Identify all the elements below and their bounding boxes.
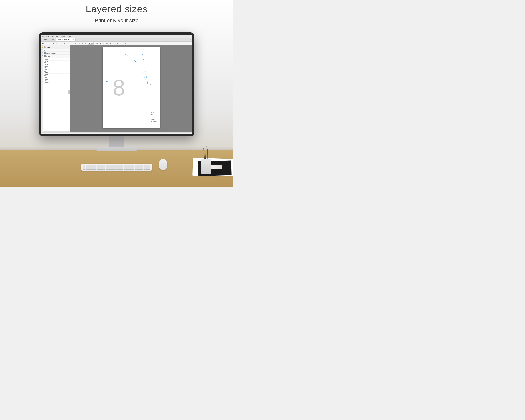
prev-page-icon[interactable]: ◁ [60,42,63,45]
layer-item-122[interactable]: 122 [43,74,70,76]
layer-checkbox-128[interactable] [44,77,46,78]
menu-view[interactable]: View [51,35,54,37]
key[interactable] [119,165,121,170]
share-icon[interactable]: ↑ [48,42,51,45]
zoom-level[interactable]: 66,7% [88,42,94,45]
help-button[interactable]: ? [188,38,192,41]
thumbnail-icon[interactable]: ⊞ [99,42,102,45]
scroll-left-icon[interactable]: ◁ [44,131,45,132]
layer-checkbox-116[interactable] [44,72,46,73]
key[interactable] [135,165,137,170]
key[interactable] [103,165,105,170]
zoom-in-icon[interactable]: + [84,42,87,45]
key[interactable] [148,165,150,170]
key[interactable] [99,165,101,170]
bottom-scrollbar[interactable] [41,132,192,134]
layer-label-128: 128 [46,76,48,78]
key[interactable] [97,165,99,170]
layer-item-140[interactable]: 140 [43,81,70,84]
key[interactable] [141,165,143,170]
key[interactable] [121,165,123,170]
key[interactable] [132,165,134,170]
mouse[interactable] [159,159,167,170]
menu-file[interactable]: File [42,35,45,37]
key[interactable] [128,165,130,170]
key[interactable] [123,165,126,170]
key[interactable] [94,165,96,170]
more-icon[interactable]: ≡ [124,42,127,45]
layer-checkbox-134[interactable] [44,79,46,81]
highlight-icon[interactable]: ✒ [109,42,112,45]
layer-checkbox-122[interactable] [44,74,46,75]
key[interactable] [105,165,108,170]
panel-collapse-arrow[interactable]: ◁ [68,90,70,94]
layer-item-98[interactable]: 98 [43,63,70,66]
key[interactable] [101,165,103,170]
layer-item-134[interactable]: 134 [43,79,70,81]
layers-options-icon[interactable]: ⊞ ▾ [44,49,46,51]
print-icon[interactable]: 🖨 [52,42,55,45]
cursor-icon[interactable]: ↖ [75,42,77,45]
layer-checkbox-86[interactable] [44,58,46,60]
layer-item-104[interactable]: 104 [43,66,70,68]
key[interactable] [90,165,92,170]
key[interactable] [114,165,116,170]
key[interactable] [143,165,146,170]
layer-item-128[interactable]: 128 [43,76,70,79]
key[interactable] [117,165,119,170]
key[interactable] [110,165,112,170]
sidebar-pages-icon[interactable]: 📄 [41,49,43,51]
undo-icon[interactable]: ↺ [119,42,122,45]
layer-item-92[interactable]: 92 [43,61,70,63]
save-icon[interactable]: 💾 [42,42,45,45]
hand-icon[interactable]: ✋ [78,42,80,45]
key[interactable] [92,165,94,170]
trash-icon[interactable]: 🗑 [116,42,119,45]
key[interactable] [130,165,132,170]
tab-tools[interactable]: Tools [49,38,56,41]
key[interactable] [139,165,141,170]
layer-group-notes-header[interactable]: Notes [43,55,70,58]
menu-sign[interactable]: Sign [56,35,59,37]
layers-close-button[interactable]: × [68,46,69,48]
layer-item-86[interactable]: 86 [43,58,70,61]
menu-help[interactable]: Help [68,35,71,37]
key[interactable] [108,165,110,170]
sidebar-layers-icon[interactable]: ◧ [41,54,43,56]
search-icon[interactable]: 🔍 [55,42,58,45]
tab-document[interactable]: Print-at-home US L... × [56,38,75,41]
tab-close-icon[interactable]: × [73,39,74,40]
layer-item-116[interactable]: 116 [43,71,70,74]
key[interactable] [85,165,88,170]
key[interactable] [146,165,148,170]
pencil-icon[interactable]: ✏ [106,42,109,45]
stamp-icon[interactable]: ⬡ [112,42,115,45]
horizontal-scrollbar[interactable] [45,131,68,132]
layer-item-110[interactable]: 110 [43,68,70,71]
layer-checkbox-140[interactable] [44,82,46,83]
menu-edit[interactable]: Edit [47,35,49,37]
layer-checkbox-92[interactable] [44,61,46,63]
tab-home[interactable]: Home [41,38,49,41]
sidebar-attach-icon[interactable]: 📎 [41,51,43,53]
zoom-out-icon[interactable]: − [81,42,84,45]
menu-window[interactable]: Window [61,35,66,37]
sidebar-lock-icon[interactable]: 🔒 [41,46,43,48]
key[interactable] [83,165,85,170]
comment-icon[interactable]: 💬 [103,42,105,45]
layer-group-marks-header[interactable]: Marks & Bleeds [43,52,70,55]
layer-checkbox-110[interactable] [44,69,46,70]
layers-list: Marks & Bleeds Notes [43,52,70,84]
key[interactable] [112,165,114,170]
layer-checkbox-98[interactable] [44,64,46,65]
keyboard[interactable] [82,164,152,171]
key[interactable] [88,165,90,170]
layer-label-140: 140 [46,82,48,83]
fit-icon[interactable]: ⊡ [96,42,99,45]
next-page-icon[interactable]: ▷ [69,42,72,45]
key[interactable] [137,165,139,170]
layer-checkbox-104[interactable] [44,66,46,68]
key[interactable] [126,165,128,170]
scroll-right-icon[interactable]: ▷ [68,131,69,132]
bookmark-icon[interactable]: ☆ [45,42,48,45]
